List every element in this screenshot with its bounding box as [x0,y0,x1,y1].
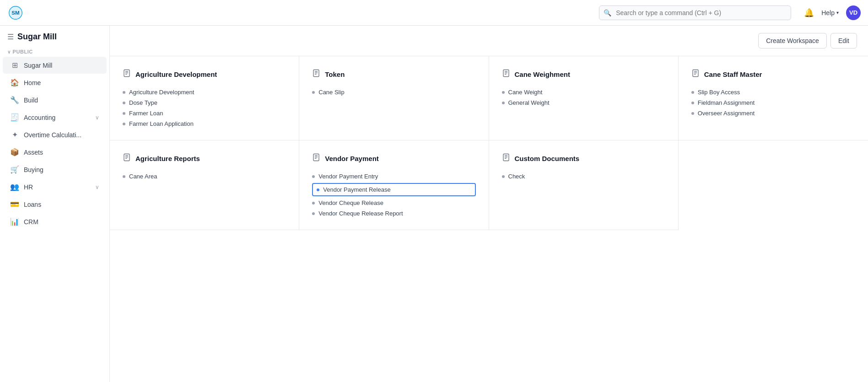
buying-icon: 🛒 [10,165,19,174]
bullet-icon [123,175,125,178]
list-item[interactable]: Check [502,171,665,182]
svg-rect-14 [693,70,698,77]
module-items: Agriculture Development Dose Type Farmer… [123,87,286,129]
sidebar-item-crm[interactable]: 📊 CRM [3,213,107,230]
list-item[interactable]: General Weight [502,97,665,108]
app-logo: SM [7,5,24,21]
list-item[interactable]: Farmer Loan Application [123,118,286,129]
edit-button[interactable]: Edit [830,33,857,48]
chevron-down-icon: ∨ [95,114,99,121]
list-item[interactable]: Overseer Assignment [691,108,855,118]
module-card-title: Token [325,70,345,78]
module-card-custom-documents: Custom Documents Check [489,140,679,230]
doc-icon [123,153,131,164]
chevron-down-icon: ∨ [95,184,99,190]
module-items: Cane Weight General Weight [502,87,665,108]
bullet-icon [123,91,125,94]
bullet-icon [317,188,319,191]
module-card-title: Agriculture Development [135,70,217,78]
navbar-right: 🔔 Help ▾ VD [804,5,861,20]
list-item[interactable]: Vendor Payment Entry [312,171,475,182]
hr-icon: 👥 [10,183,19,191]
svg-rect-10 [503,70,509,77]
svg-rect-2 [124,70,129,77]
svg-rect-6 [313,70,319,77]
module-card-agriculture-development: Agriculture Development Agriculture Deve… [110,56,299,140]
module-card-header: Custom Documents [502,153,665,164]
module-card-token: Token Cane Slip [299,56,489,140]
sidebar-item-label: Sugar Mill [24,62,99,69]
module-card-agriculture-reports: Agriculture Reports Cane Area [110,140,299,230]
sidebar-item-home[interactable]: 🏠 Home [3,74,107,91]
list-item[interactable]: Cane Weight [502,87,665,97]
create-workspace-button[interactable]: Create Workspace [758,33,827,48]
module-card-header: Vendor Payment [312,153,475,164]
sidebar-section-public: ∨ PUBLIC [0,45,109,56]
search-input[interactable] [599,5,791,20]
module-card-title: Custom Documents [515,155,580,162]
sidebar-item-accounting[interactable]: 🧾 Accounting ∨ [3,109,107,126]
chevron-down-icon: ∨ [7,49,11,54]
sidebar-header: ☰ Sugar Mill [0,26,109,45]
sidebar-item-label: Buying [24,166,99,173]
bullet-icon [123,123,125,125]
module-items: Cane Slip [312,87,475,97]
sidebar-item-label: Overtime Calculati... [24,131,99,139]
sidebar-item-label: Home [24,79,99,86]
module-card-cane-weighment: Cane Weighment Cane Weight General Weigh… [489,56,679,140]
list-item[interactable]: Dose Type [123,97,286,108]
list-item[interactable]: Vendor Cheque Release [312,198,475,208]
bullet-icon [123,102,125,104]
module-items: Vendor Payment Entry Vendor Payment Rele… [312,171,475,219]
module-card-title: Vendor Payment [325,155,379,162]
bullet-icon [502,102,505,104]
sidebar-item-label: Accounting [24,114,91,121]
top-navbar: SM 🔍 🔔 Help ▾ VD [0,0,868,26]
list-item-vendor-payment-release[interactable]: Vendor Payment Release [312,183,475,196]
notifications-bell-icon[interactable]: 🔔 [804,8,814,18]
module-card-header: Token [312,69,475,80]
svg-text:SM: SM [11,10,19,16]
list-item[interactable]: Agriculture Development [123,87,286,97]
assets-icon: 📦 [10,148,19,156]
list-item[interactable]: Slip Boy Access [691,87,855,97]
bullet-icon [312,212,315,215]
bullet-icon [312,175,315,178]
doc-icon [502,153,510,164]
bullet-icon [123,112,125,115]
help-button[interactable]: Help ▾ [821,9,839,16]
sidebar-item-label: HR [24,183,91,191]
list-item[interactable]: Cane Area [123,171,286,182]
doc-icon [312,69,320,80]
bullet-icon [502,175,505,178]
bullet-icon [312,91,315,94]
sidebar-item-overtime[interactable]: ✦ Overtime Calculati... [3,126,107,143]
build-icon: 🔧 [10,96,19,104]
sidebar-item-build[interactable]: 🔧 Build [3,91,107,108]
avatar[interactable]: VD [846,5,861,20]
list-item[interactable]: Fieldman Assignment [691,97,855,108]
vendor-payment-release-label: Vendor Payment Release [323,186,390,193]
menu-icon[interactable]: ☰ [7,32,14,41]
sidebar-item-assets[interactable]: 📦 Assets [3,144,107,161]
svg-rect-26 [503,154,509,161]
search-bar[interactable]: 🔍 [599,5,791,20]
doc-icon [691,69,700,80]
sidebar-item-buying[interactable]: 🛒 Buying [3,161,107,178]
module-card-title: Cane Staff Master [704,70,762,78]
list-item[interactable]: Cane Slip [312,87,475,97]
sidebar-title: Sugar Mill [17,32,57,42]
module-card-header: Cane Staff Master [691,69,855,80]
bullet-icon [502,91,505,94]
module-card-title: Cane Weighment [515,70,570,78]
list-item[interactable]: Vendor Cheque Release Report [312,208,475,219]
sidebar-item-hr[interactable]: 👥 HR ∨ [3,178,107,195]
sidebar-item-sugar-mill[interactable]: ⊞ Sugar Mill [3,57,107,74]
svg-rect-22 [313,154,319,161]
list-item[interactable]: Farmer Loan [123,108,286,118]
sidebar-item-loans[interactable]: 💳 Loans [3,196,107,213]
module-items: Slip Boy Access Fieldman Assignment Over… [691,87,855,118]
main-content: Create Workspace Edit Agriculture Develo… [110,26,868,382]
doc-icon [312,153,320,164]
module-card-vendor-payment: Vendor Payment Vendor Payment Entry Vend… [299,140,489,230]
